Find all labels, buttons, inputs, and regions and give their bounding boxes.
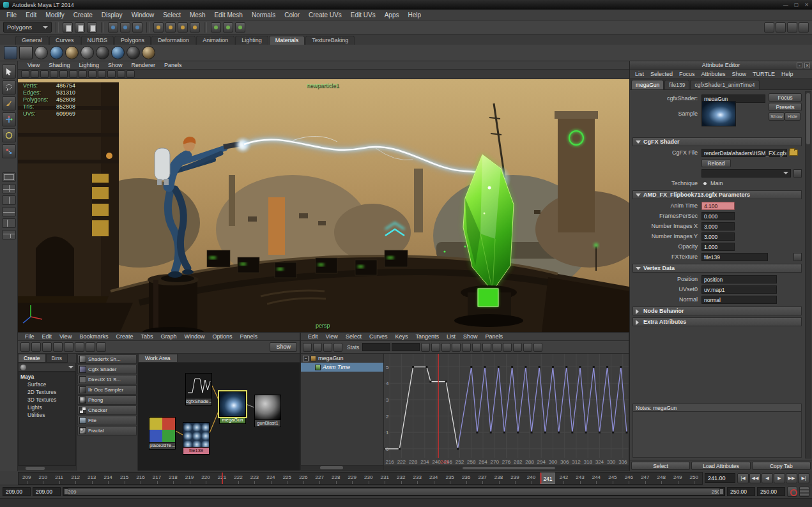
textured-display-icon[interactable] [117,70,125,78]
graph-editor-menu-view[interactable]: View [322,333,342,340]
film-gate-icon[interactable] [40,70,49,78]
tree-item[interactable]: 3D Textures [20,397,75,404]
step-back-frame-button[interactable] [762,473,773,483]
normal-field[interactable]: normal [701,296,777,304]
hypershade-menu-view[interactable]: View [56,333,75,340]
rotate-tool[interactable] [2,128,16,142]
cgfx-shader-icon[interactable] [19,46,33,59]
frame-all-icon[interactable] [421,343,430,352]
ae-menu-turtle[interactable]: TURTLE [749,71,778,77]
swap-buffer-curve-icon[interactable] [513,343,522,352]
tree-item[interactable]: 2D Textures [20,389,75,397]
render-view-icon[interactable] [211,22,221,33]
menu-edit-uvs[interactable]: Edit UVs [346,11,380,19]
notes-header[interactable]: Notes: megaGun [632,404,802,412]
shelf-tab-deformation[interactable]: Deformation [151,36,195,45]
gate-mask-icon[interactable] [59,70,68,78]
phong-e-material-icon[interactable] [96,46,109,59]
layout-single-pane-icon[interactable] [2,172,16,182]
graph-editor-menu-select[interactable]: Select [342,333,365,340]
uvset0-field[interactable]: uv:map1 [701,285,777,294]
shelf-tab-nurbs[interactable]: NURBS [81,36,114,45]
unify-tangents-icon[interactable] [533,343,542,352]
anim-end-field[interactable]: 250.00 [757,487,785,496]
reload-button[interactable]: Reload [701,159,731,167]
menu-normals[interactable]: Normals [247,11,280,19]
ae-menu-show[interactable]: Show [729,71,750,77]
graph-view[interactable]: 0123452162222282342402462522582642702762… [384,354,629,470]
anim-curve-node[interactable]: cgfxShade... [185,373,212,405]
layout-four-pane-icon[interactable] [2,184,16,193]
megagun-node[interactable]: megaGun [219,391,246,424]
spline-tangents-icon[interactable] [441,343,450,352]
new-scene-icon[interactable] [63,22,73,33]
show-output-connections-icon[interactable] [64,342,73,352]
anisotropic-material-icon[interactable] [34,46,48,59]
browse-folder-icon[interactable] [789,149,798,156]
outliner-scrollbar[interactable] [301,465,383,470]
viewport-menu-shading[interactable]: Shading [44,62,74,68]
shelf-tab-lighting[interactable]: Lighting [235,36,268,45]
viewport-menu-show[interactable]: Show [103,62,127,68]
graph-editor-menu-panels[interactable]: Panels [481,333,507,340]
images-y-field[interactable]: 3.000 [701,232,735,241]
menu-display[interactable]: Display [97,11,127,19]
section-flipbook-parameters[interactable]: AMD_FX_Flipbook713.cgfx Parameters [632,190,802,199]
hypershade-menu-panels[interactable]: Panels [236,333,262,340]
surface-shader-icon[interactable] [126,46,140,59]
frame-playback-icon[interactable] [431,343,440,352]
lambert-material-icon[interactable] [65,46,79,59]
viewport-menu-lighting[interactable]: Lighting [74,62,103,68]
step-forward-key-button[interactable] [786,473,797,483]
shaded-display-icon[interactable] [107,70,116,78]
lasso-tool[interactable] [2,80,16,95]
play-forward-button[interactable] [774,473,785,483]
stats-value-field[interactable] [392,343,420,351]
hypershade-menu-edit[interactable]: Edit [38,333,56,340]
ramp-shader-icon[interactable] [111,46,125,59]
graph-editor-menu-curves[interactable]: Curves [365,333,392,340]
technique-menu-icon[interactable] [793,169,802,178]
framespersec-field[interactable]: 0.000 [701,212,735,220]
copy-tab-button[interactable]: Copy Tab [752,462,811,470]
create-panel-scrollbar[interactable] [18,465,76,471]
clear-graph-icon[interactable] [20,342,30,352]
node-type-button[interactable]: DirectX 11 S... [77,375,137,384]
hypershade-menu-window[interactable]: Window [180,333,208,340]
use-background-icon[interactable] [142,46,155,59]
menu-create[interactable]: Create [69,11,97,19]
node-type-button[interactable]: Ilr Occ Sampler [77,385,137,395]
hypershade-menu-file[interactable]: File [21,333,38,340]
range-slider[interactable]: 209 250 [63,487,725,496]
go-to-end-button[interactable] [798,473,809,483]
node-type-button[interactable]: Shaderfx Sh... [77,354,137,364]
graph-editor-menu-keys[interactable]: Keys [391,333,411,340]
insert-keys-icon[interactable] [313,343,322,352]
ae-menu-selected[interactable]: Selected [647,71,676,77]
node-type-button[interactable]: Phong [77,395,137,405]
work-area-tab[interactable]: Work Area [138,354,178,362]
create-tab-bins[interactable]: Bins [46,354,68,363]
select-tool[interactable] [2,64,16,79]
menu-mesh[interactable]: Mesh [185,11,210,19]
hide-button[interactable]: Hide [785,112,801,121]
fxtexture-field[interactable]: file139 [701,253,768,261]
technique-dropdown[interactable] [701,169,791,178]
shelf-tab-general[interactable]: General [15,36,49,45]
section-node-behavior[interactable]: Node Behavior [632,306,802,315]
ae-tab-cgfxshader1-animtime4[interactable]: cgfxShader1_animTime4 [690,80,759,89]
anim-preferences-icon[interactable] [799,487,809,497]
hypershade-menu-graph[interactable]: Graph [157,333,180,340]
anim-time-field[interactable]: 4.100 [701,202,735,210]
use-all-lights-icon[interactable] [126,70,135,78]
file139-node[interactable]: file139 [183,422,210,455]
ae-menu-help[interactable]: Help [778,71,797,77]
break-tangents-icon[interactable] [523,343,532,352]
tree-item[interactable]: Surface [20,381,75,389]
ipr-render-icon[interactable] [223,22,233,33]
move-keys-icon[interactable] [303,343,312,352]
toggle-tool-settings-icon[interactable] [787,22,797,33]
next-graph-icon[interactable] [96,342,106,352]
blinn-material-icon[interactable] [50,46,63,59]
show-filter-button[interactable]: Show [270,342,297,352]
